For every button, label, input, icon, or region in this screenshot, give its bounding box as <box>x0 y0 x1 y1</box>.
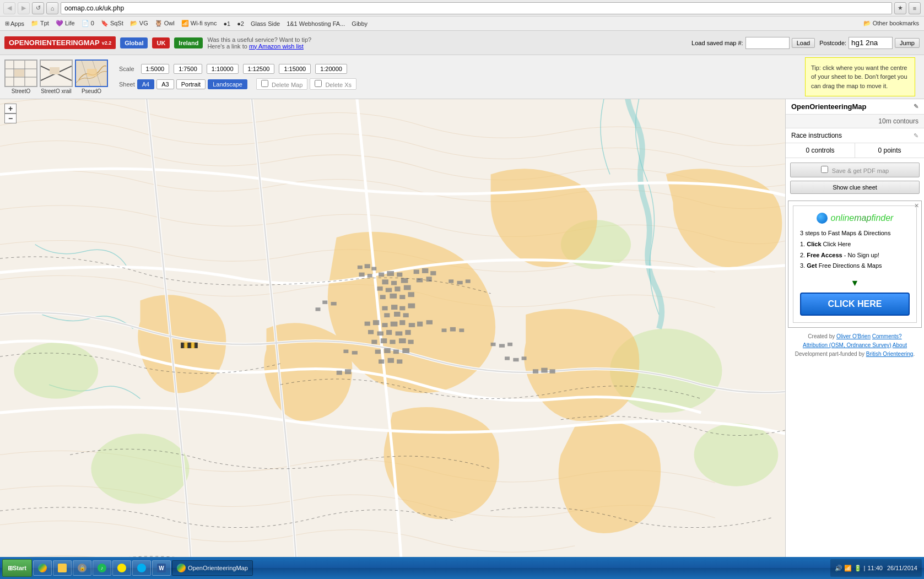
security-icon: 🔒 <box>78 564 87 572</box>
ad-click-here-button[interactable]: CLICK HERE <box>800 293 910 316</box>
pdf-button[interactable]: Save & get PDF map <box>790 163 920 177</box>
load-input[interactable] <box>745 37 790 49</box>
svg-rect-72 <box>402 348 409 353</box>
bookmark-item[interactable]: 💜 Life <box>53 19 78 28</box>
svg-rect-65 <box>381 338 387 343</box>
menu-button[interactable]: ≡ <box>909 2 921 14</box>
delete-xs-button[interactable]: Delete Xs <box>310 78 356 90</box>
forward-button[interactable]: ▶ <box>18 2 30 14</box>
taskbar-spotify[interactable]: ♪ <box>93 560 111 576</box>
scale-5000[interactable]: 1:5000 <box>141 64 170 74</box>
svg-rect-83 <box>450 327 456 332</box>
scale-15000[interactable]: 1:15000 <box>279 64 311 74</box>
bookmark-item[interactable]: 📁 Tpt <box>28 19 52 28</box>
svg-rect-92 <box>505 356 510 360</box>
svg-rect-78 <box>316 307 321 311</box>
taskbar-chrome[interactable] <box>33 560 52 576</box>
scale-20000[interactable]: 1:20000 <box>315 64 347 74</box>
delete-xs-check[interactable] <box>315 80 322 87</box>
map-svg[interactable]: 0 1km <box>0 99 785 579</box>
taskbar-folder[interactable] <box>53 560 72 576</box>
other-bookmarks[interactable]: 📂 Other bookmarks <box>861 19 922 28</box>
jump-button[interactable]: Jump <box>895 38 920 48</box>
bookmark-item[interactable]: Gibby <box>349 19 370 28</box>
about-link[interactable]: About <box>893 342 907 348</box>
refresh-button[interactable]: ↺ <box>32 2 44 14</box>
oom-panel-header: OpenOrienteeringMap ✎ <box>786 99 924 115</box>
svg-rect-94 <box>522 356 527 360</box>
british-orienteering-link[interactable]: British Orienteering <box>866 351 914 357</box>
comments-link[interactable]: Comments? <box>872 333 902 339</box>
delete-map-check[interactable] <box>261 80 268 87</box>
ad-close-button[interactable]: ✕ <box>914 202 919 209</box>
zoom-controls: + − <box>4 104 17 123</box>
scale-10000[interactable]: 1:10000 <box>207 64 239 74</box>
svg-rect-68 <box>408 340 413 344</box>
ad-steps: 3 steps to Fast Maps & Directions 1. Cli… <box>800 228 910 272</box>
address-bar[interactable] <box>61 2 892 14</box>
ad-title: onlinemapfinder <box>831 213 894 223</box>
map-area[interactable]: 0 1km + − <box>0 99 785 579</box>
uk-button[interactable]: UK <box>152 37 170 48</box>
svg-rect-96 <box>541 368 547 373</box>
bookmark-apps[interactable]: ⊞ Apps <box>2 19 27 28</box>
edit-icon[interactable]: ✎ <box>914 103 918 110</box>
sheet-portrait[interactable]: Portrait <box>176 79 206 89</box>
ad-panel: onlinemapfinder 3 steps to Fast Maps & D… <box>793 205 917 323</box>
scale-7500[interactable]: 1:7500 <box>174 64 202 74</box>
svg-rect-46 <box>399 306 405 311</box>
bookmark-item[interactable]: ●1 <box>220 19 233 28</box>
author-link[interactable]: Oliver O'Brien <box>836 333 871 339</box>
folder-icon <box>58 564 67 572</box>
sheet-a3[interactable]: A3 <box>156 79 174 89</box>
postcode-input[interactable] <box>849 37 893 49</box>
star-button[interactable]: ★ <box>894 2 906 14</box>
taskbar-word[interactable]: W <box>152 560 171 576</box>
global-button[interactable]: Global <box>120 37 148 48</box>
bookmark-item[interactable]: 🔖 SqSt <box>98 19 126 28</box>
bookmark-item[interactable]: 📄 0 <box>79 19 97 28</box>
zoom-out-button[interactable]: − <box>4 113 17 123</box>
scale-sheet-panel: Scale 1:5000 1:7500 1:10000 1:12500 1:15… <box>119 64 356 90</box>
scale-12500[interactable]: 1:12500 <box>243 64 275 74</box>
map-type-streeto[interactable]: StreetO <box>4 59 37 94</box>
taskbar-browser-window[interactable]: OpenOrienteeringMap <box>172 560 253 576</box>
race-instructions-edit-icon[interactable]: ✎ <box>914 132 918 139</box>
map-type-streeto-xrail[interactable]: StreetO xrail <box>40 59 73 94</box>
show-clue-button[interactable]: Show clue sheet <box>790 181 920 194</box>
sheet-landscape[interactable]: Landscape <box>208 79 247 89</box>
bookmark-item[interactable]: 🦉 Owl <box>152 19 177 28</box>
apps-icon: ⊞ <box>5 20 9 26</box>
back-button[interactable]: ◀ <box>3 2 15 14</box>
bookmark-item[interactable]: Glass Side <box>248 19 283 28</box>
attribution-link[interactable]: Attribution (OSM, Ordnance Survey) <box>803 342 891 348</box>
load-button[interactable]: Load <box>792 38 815 48</box>
pdf-checkbox[interactable] <box>821 166 828 173</box>
home-button[interactable]: ⌂ <box>46 2 58 14</box>
svg-rect-48 <box>384 313 390 317</box>
bookmark-item[interactable]: ●2 <box>234 19 247 28</box>
svg-rect-74 <box>388 358 394 363</box>
sheet-a4[interactable]: A4 <box>137 79 154 89</box>
zoom-in-button[interactable]: + <box>4 104 17 113</box>
svg-rect-62 <box>396 332 403 336</box>
bookmark-item[interactable]: 📶 Wi-fi sync <box>179 19 220 28</box>
bookmark-item[interactable]: 1&1 Webhosting FA... <box>284 19 348 28</box>
contours-row: 10m contours <box>786 115 924 128</box>
start-button[interactable]: ⊞ Start <box>2 559 32 577</box>
bookmarks-bar: ⊞ Apps 📁 Tpt 💜 Life 📄 0 🔖 SqSt 📂 VG 🦉 Ow… <box>0 17 924 31</box>
taskbar-kakao[interactable] <box>112 560 131 576</box>
amazon-link[interactable]: my Amazon wish list <box>249 43 304 50</box>
svg-rect-77 <box>331 302 337 305</box>
svg-rect-85 <box>343 350 348 353</box>
svg-rect-22 <box>397 273 402 277</box>
delete-map-button[interactable]: Delete Map <box>256 78 307 90</box>
attribution: Created by Oliver O'Brien Comments? Attr… <box>786 330 924 361</box>
ireland-button[interactable]: Ireland <box>174 37 203 48</box>
map-type-pseudo[interactable]: PseudO <box>75 59 108 94</box>
taskbar-skype[interactable] <box>132 560 151 576</box>
svg-rect-34 <box>358 266 363 269</box>
bookmark-item[interactable]: 📂 VG <box>127 19 151 28</box>
svg-rect-61 <box>386 330 392 335</box>
taskbar-security[interactable]: 🔒 <box>73 560 91 576</box>
